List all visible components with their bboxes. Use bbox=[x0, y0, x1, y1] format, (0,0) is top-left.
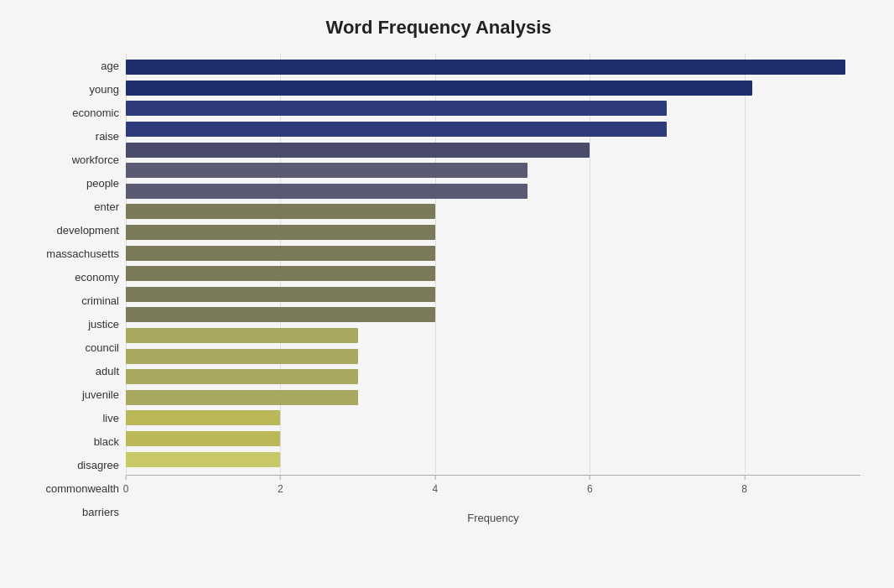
bar bbox=[126, 349, 358, 364]
y-label: black bbox=[17, 436, 119, 447]
bar-row bbox=[126, 264, 860, 283]
y-label: enter bbox=[17, 201, 119, 212]
bar bbox=[126, 81, 752, 96]
y-label: disagree bbox=[17, 460, 119, 471]
y-label: live bbox=[17, 413, 119, 424]
y-label: council bbox=[17, 342, 119, 353]
y-label: justice bbox=[17, 319, 119, 330]
x-axis: 02468 bbox=[126, 475, 860, 508]
y-label: age bbox=[17, 60, 119, 71]
x-tick-label: 4 bbox=[432, 483, 438, 495]
bar-row bbox=[126, 285, 860, 304]
y-label: economy bbox=[17, 272, 119, 283]
y-labels: ageyoungeconomicraiseworkforcepeopleente… bbox=[17, 54, 126, 524]
bar bbox=[126, 328, 358, 343]
x-tick-line bbox=[590, 476, 590, 480]
bar-row bbox=[126, 408, 860, 427]
x-tick-line bbox=[744, 476, 745, 480]
bar bbox=[126, 246, 435, 261]
bar-row bbox=[126, 99, 860, 117]
y-label: massachusetts bbox=[17, 248, 119, 259]
bar-row bbox=[126, 244, 860, 263]
bar bbox=[126, 452, 280, 467]
bar-row bbox=[126, 450, 860, 469]
y-label: young bbox=[17, 84, 119, 95]
bar-row bbox=[126, 79, 860, 97]
x-tick: 2 bbox=[278, 476, 283, 495]
x-tick: 4 bbox=[432, 476, 438, 495]
y-label: barriers bbox=[17, 507, 119, 518]
bar bbox=[126, 163, 528, 178]
bar bbox=[126, 390, 358, 405]
chart-area: ageyoungeconomicraiseworkforcepeopleente… bbox=[17, 54, 860, 524]
bar bbox=[126, 307, 435, 322]
bar bbox=[126, 143, 590, 158]
bar bbox=[126, 369, 358, 384]
bar bbox=[126, 60, 845, 75]
bar-row bbox=[126, 305, 860, 324]
y-label: juvenile bbox=[17, 389, 119, 400]
bar-row bbox=[126, 326, 860, 345]
bar-row bbox=[126, 388, 860, 407]
bar bbox=[126, 122, 667, 137]
y-label: economic bbox=[17, 107, 119, 118]
bar bbox=[126, 184, 528, 199]
bar bbox=[126, 287, 435, 302]
x-tick-line bbox=[434, 476, 435, 480]
bar-row bbox=[126, 347, 860, 366]
bars-area bbox=[126, 54, 860, 473]
x-tick-label: 6 bbox=[587, 483, 593, 495]
bars-inner bbox=[126, 54, 860, 473]
x-tick: 8 bbox=[741, 476, 747, 495]
y-label: raise bbox=[17, 131, 119, 142]
chart-title: Word Frequency Analysis bbox=[17, 17, 860, 39]
bar bbox=[126, 266, 435, 281]
bar-row bbox=[126, 223, 860, 242]
x-tick: 6 bbox=[587, 476, 593, 495]
bar bbox=[126, 410, 280, 425]
bar-row bbox=[126, 429, 860, 448]
x-tick-label: 0 bbox=[123, 483, 129, 495]
x-tick: 0 bbox=[123, 476, 129, 495]
bar bbox=[126, 225, 435, 240]
chart-container: Word Frequency Analysis ageyoungeconomic… bbox=[0, 0, 894, 588]
bars-and-x: 02468 Frequency bbox=[126, 54, 860, 524]
x-tick-label: 8 bbox=[741, 483, 747, 495]
bar bbox=[126, 431, 280, 446]
y-label: development bbox=[17, 225, 119, 236]
y-label: workforce bbox=[17, 154, 119, 165]
bar-row bbox=[126, 58, 860, 76]
x-axis-title: Frequency bbox=[126, 512, 860, 524]
bar-row bbox=[126, 120, 860, 138]
y-label: people bbox=[17, 178, 119, 189]
y-label: criminal bbox=[17, 295, 119, 306]
bar-row bbox=[126, 141, 860, 159]
x-tick-label: 2 bbox=[278, 483, 283, 495]
y-label: adult bbox=[17, 366, 119, 377]
x-tick-line bbox=[280, 476, 281, 480]
x-tick-line bbox=[126, 476, 127, 480]
bar-row bbox=[126, 202, 860, 221]
bar-row bbox=[126, 367, 860, 386]
bar bbox=[126, 101, 667, 116]
bar-row bbox=[126, 182, 860, 200]
bar bbox=[126, 204, 435, 219]
bar-row bbox=[126, 161, 860, 180]
y-label: commonwealth bbox=[17, 483, 119, 494]
